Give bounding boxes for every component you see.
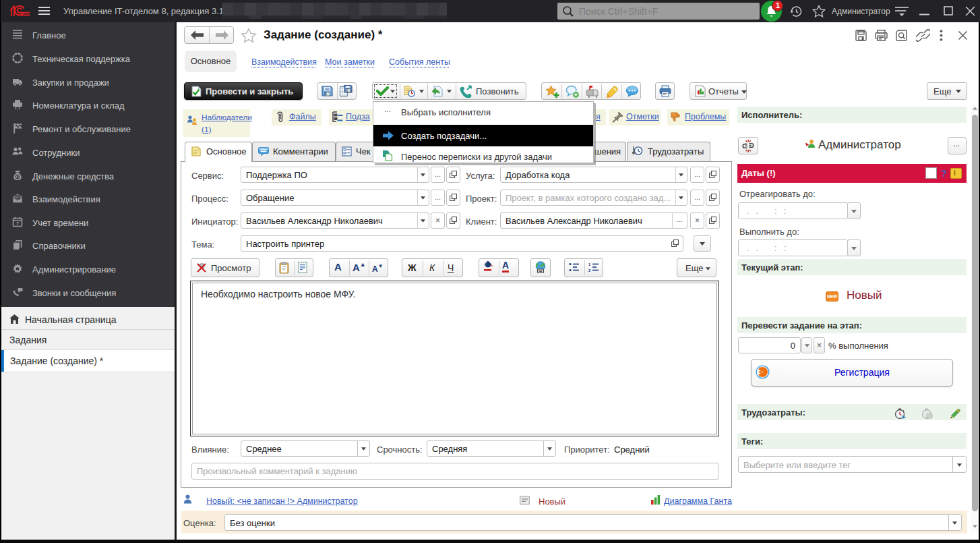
svg-text:2: 2 — [588, 268, 591, 273]
svg-text:$: $ — [16, 174, 19, 179]
svg-text:7: 7 — [16, 221, 19, 227]
svg-text:1: 1 — [588, 262, 591, 266]
